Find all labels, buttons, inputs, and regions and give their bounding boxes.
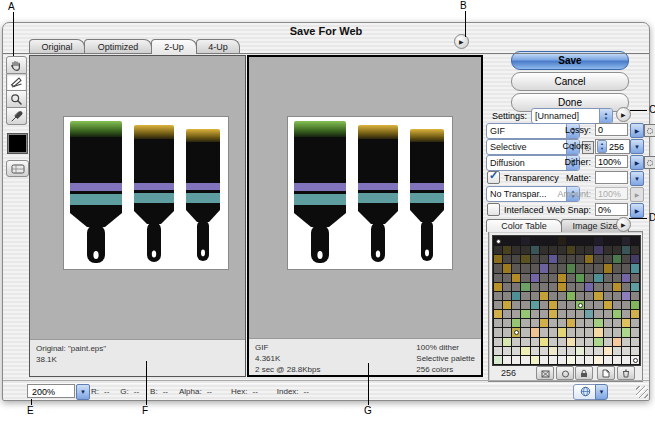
color-swatch[interactable] xyxy=(558,283,566,291)
color-swatch[interactable] xyxy=(540,292,548,300)
color-swatch[interactable] xyxy=(585,283,593,291)
color-swatch[interactable] xyxy=(549,319,557,327)
color-swatch[interactable] xyxy=(585,301,593,309)
color-swatch[interactable] xyxy=(512,283,520,291)
color-swatch[interactable] xyxy=(576,264,584,272)
color-swatch[interactable] xyxy=(576,319,584,327)
color-swatch[interactable] xyxy=(521,356,529,364)
color-swatch[interactable] xyxy=(503,274,511,282)
color-swatch[interactable] xyxy=(549,356,557,364)
zoom-level-menu-button[interactable] xyxy=(76,384,90,400)
color-swatch[interactable] xyxy=(613,356,621,364)
color-swatch[interactable] xyxy=(631,292,639,300)
color-swatch[interactable] xyxy=(631,283,639,291)
color-swatch[interactable] xyxy=(549,264,557,272)
settings-preset-popup[interactable]: [Unnamed] xyxy=(531,108,613,124)
color-swatch[interactable] xyxy=(531,255,539,263)
color-swatch[interactable] xyxy=(494,255,502,263)
color-swatch[interactable] xyxy=(622,328,630,336)
color-swatch[interactable] xyxy=(540,319,548,327)
color-swatch[interactable] xyxy=(521,255,529,263)
color-swatch[interactable] xyxy=(558,310,566,318)
color-swatch[interactable] xyxy=(567,328,575,336)
color-swatch[interactable] xyxy=(567,310,575,318)
color-swatch[interactable] xyxy=(494,246,502,254)
color-swatch[interactable] xyxy=(549,274,557,282)
lossy-menu-button[interactable] xyxy=(630,123,644,138)
color-swatch[interactable] xyxy=(631,301,639,309)
browser-select-button[interactable] xyxy=(595,384,608,400)
color-swatch[interactable] xyxy=(549,237,557,245)
color-swatch[interactable] xyxy=(567,301,575,309)
lossy-field[interactable] xyxy=(595,123,628,136)
color-swatch[interactable] xyxy=(594,264,602,272)
color-swatch[interactable] xyxy=(540,347,548,355)
color-swatch[interactable] xyxy=(494,338,502,346)
color-swatch[interactable] xyxy=(540,283,548,291)
color-swatch[interactable] xyxy=(494,356,502,364)
color-swatch[interactable] xyxy=(604,347,612,355)
color-swatch[interactable] xyxy=(585,274,593,282)
color-swatch[interactable] xyxy=(567,319,575,327)
color-swatch[interactable] xyxy=(549,328,557,336)
color-swatch[interactable] xyxy=(494,283,502,291)
color-swatch[interactable] xyxy=(531,328,539,336)
color-swatch[interactable] xyxy=(622,274,630,282)
color-swatch[interactable] xyxy=(540,338,548,346)
color-swatch[interactable] xyxy=(567,264,575,272)
color-swatch[interactable] xyxy=(622,347,630,355)
color-swatch[interactable] xyxy=(494,310,502,318)
color-swatch[interactable] xyxy=(531,246,539,254)
color-swatch[interactable] xyxy=(549,338,557,346)
color-swatch[interactable] xyxy=(531,237,539,245)
color-swatch[interactable] xyxy=(494,328,502,336)
color-swatch[interactable] xyxy=(567,347,575,355)
color-swatch[interactable] xyxy=(622,283,630,291)
delete-color-button[interactable] xyxy=(617,366,635,380)
color-swatch[interactable] xyxy=(549,246,557,254)
color-swatch[interactable] xyxy=(567,356,575,364)
color-swatch[interactable] xyxy=(604,237,612,245)
color-swatch[interactable] xyxy=(531,301,539,309)
color-swatch[interactable] xyxy=(531,310,539,318)
tab-original[interactable]: Original xyxy=(29,39,85,53)
color-swatch[interactable] xyxy=(613,347,621,355)
color-swatch[interactable] xyxy=(585,292,593,300)
color-swatch[interactable] xyxy=(558,338,566,346)
color-swatch[interactable] xyxy=(613,301,621,309)
color-swatch[interactable] xyxy=(540,301,548,309)
color-swatch[interactable] xyxy=(613,292,621,300)
lock-color-button[interactable] xyxy=(575,366,593,380)
color-swatch[interactable] xyxy=(512,246,520,254)
color-swatch[interactable] xyxy=(631,347,639,355)
color-swatch[interactable] xyxy=(576,292,584,300)
eyedropper-tool-button[interactable] xyxy=(6,108,27,125)
slice-select-tool-button[interactable] xyxy=(6,74,27,91)
color-swatch[interactable] xyxy=(585,237,593,245)
transparency-checkbox[interactable] xyxy=(487,171,500,184)
color-swatch[interactable] xyxy=(567,283,575,291)
color-swatch[interactable] xyxy=(494,301,502,309)
dither-menu-button[interactable] xyxy=(630,155,644,170)
color-swatch[interactable] xyxy=(594,255,602,263)
color-swatch[interactable] xyxy=(540,310,548,318)
color-swatch[interactable] xyxy=(521,338,529,346)
color-swatch[interactable] xyxy=(512,338,520,346)
color-swatch[interactable] xyxy=(558,246,566,254)
color-swatch[interactable] xyxy=(613,237,621,245)
color-swatch[interactable] xyxy=(613,310,621,318)
color-swatch[interactable] xyxy=(576,255,584,263)
color-swatch[interactable] xyxy=(576,356,584,364)
color-swatch[interactable] xyxy=(503,255,511,263)
color-swatch[interactable] xyxy=(521,301,529,309)
color-swatch[interactable] xyxy=(494,319,502,327)
color-swatch[interactable] xyxy=(512,274,520,282)
color-swatch[interactable] xyxy=(604,310,612,318)
color-swatch[interactable] xyxy=(631,328,639,336)
zoom-tool-button[interactable] xyxy=(6,91,27,108)
color-swatch[interactable] xyxy=(531,283,539,291)
color-swatch[interactable] xyxy=(567,237,575,245)
color-swatch[interactable] xyxy=(585,255,593,263)
color-swatch[interactable] xyxy=(622,255,630,263)
color-swatch[interactable] xyxy=(512,237,520,245)
